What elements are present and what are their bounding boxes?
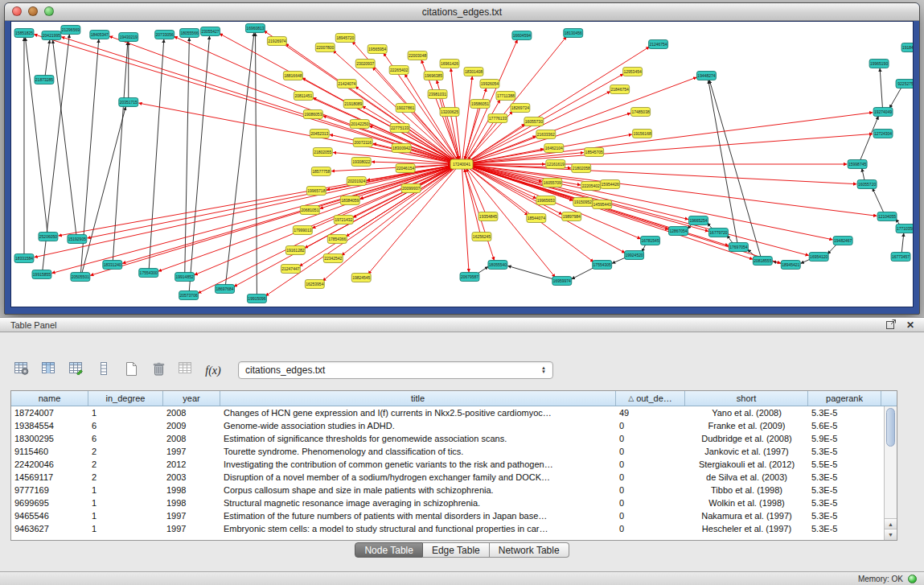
graph-node[interactable]: 19354845 — [478, 212, 498, 221]
graph-node[interactable]: 17711388 — [496, 92, 515, 101]
graph-node[interactable]: 15851825 — [14, 29, 34, 38]
graph-node[interactable]: 18545705 — [585, 148, 604, 157]
graph-node[interactable]: 19027861 — [396, 104, 415, 113]
graph-node[interactable]: 19915855 — [32, 270, 51, 279]
graph-node[interactable]: 22046154 — [396, 164, 415, 173]
scroll-up-button[interactable]: ▲ — [885, 518, 897, 529]
graph-node[interactable]: 21802055 — [313, 148, 332, 157]
graph-node[interactable]: 18331240 — [103, 261, 122, 270]
graph-node[interactable]: 16781545 — [641, 237, 660, 245]
graph-node[interactable]: 20351715 — [119, 98, 138, 107]
graph-node[interactable]: 12724304 — [873, 130, 893, 138]
scrollbar-thumb[interactable] — [886, 408, 895, 447]
graph-node[interactable]: 20679587 — [460, 273, 479, 282]
table-row[interactable]: 1872400712008Changes of HCN gene express… — [11, 406, 884, 419]
graph-node[interactable]: 16779720 — [708, 229, 728, 237]
graph-node[interactable]: 19156168 — [633, 130, 652, 138]
graph-node[interactable]: 19965190 — [869, 60, 889, 68]
table-row[interactable]: 969969511998Structural magnetic resonanc… — [11, 496, 884, 509]
graph-node[interactable]: 16773457 — [891, 253, 910, 262]
column-header-title[interactable]: title — [220, 391, 616, 406]
column-header-in_degree[interactable]: in_degree — [88, 391, 163, 406]
graph-node[interactable]: 13200625 — [440, 108, 459, 117]
graph-node[interactable]: 12867054 — [669, 227, 688, 236]
graph-node[interactable]: 18300942 — [392, 144, 411, 153]
graph-node[interactable]: 19914852 — [175, 273, 195, 282]
graph-node[interactable]: 19184455 — [901, 43, 913, 52]
graph-node[interactable]: 19924520 — [625, 251, 644, 260]
graph-node[interactable]: 18697684 — [216, 285, 235, 294]
zoom-button[interactable] — [44, 6, 54, 16]
graph-node[interactable]: 19150952 — [573, 198, 593, 207]
graph-node[interactable]: 20681051 — [300, 206, 319, 215]
graph-node[interactable]: 16960813 — [245, 24, 265, 33]
graph-node[interactable]: 21296569 — [61, 26, 80, 35]
column-header-out_de[interactable]: △out_de… — [616, 391, 685, 406]
network-select[interactable]: citations_edges.txt ▲▼ — [238, 361, 553, 379]
graph-node[interactable]: 16055720 — [857, 180, 877, 189]
graph-node[interactable]: 19086053 — [303, 110, 322, 119]
graph-node[interactable]: 20099937 — [401, 184, 421, 193]
trash-button[interactable] — [146, 360, 170, 381]
scroll-down-button[interactable]: ▼ — [885, 529, 897, 540]
graph-node[interactable]: 17240041 — [450, 159, 473, 169]
graph-node[interactable]: 16055730 — [524, 117, 544, 126]
graph-node[interactable]: 16604594 — [512, 31, 532, 40]
graph-node[interactable]: 19915096 — [247, 295, 266, 303]
graph-node[interactable]: 9225275 — [896, 80, 913, 89]
new-document-button[interactable] — [119, 360, 143, 381]
graph-node[interactable]: 12104055 — [877, 212, 897, 221]
graph-node[interactable]: 21846754 — [610, 85, 630, 94]
graph-node[interactable]: 19586051 — [470, 100, 490, 109]
window-titlebar[interactable]: citations_edges.txt — [5, 3, 919, 21]
minimize-button[interactable] — [28, 6, 38, 16]
graph-node[interactable]: 17485038 — [631, 108, 651, 117]
graph-node[interactable]: 19665254 — [688, 216, 708, 225]
graph-node[interactable]: 17554300 — [139, 269, 158, 278]
network-canvas[interactable]: 1724004121926974188166482081145119086053… — [10, 21, 914, 307]
graph-node[interactable]: 16959974 — [552, 277, 572, 286]
graph-node[interactable]: 23055427 — [201, 27, 220, 36]
graph-node[interactable]: 19308022 — [351, 158, 371, 167]
graph-node[interactable]: 19482467 — [833, 237, 852, 245]
tab-edge-table[interactable]: Edge Table — [423, 542, 490, 558]
graph-node[interactable]: 18130456 — [564, 29, 583, 38]
graph-node[interactable]: 17776133 — [488, 114, 507, 123]
graph-node[interactable]: 22205402 — [581, 182, 601, 191]
table-row[interactable]: 946362711997Embryonic stem cells: a mode… — [11, 522, 884, 535]
graph-node[interactable]: 20201924 — [347, 177, 366, 186]
graph-node[interactable]: 22003048 — [408, 51, 427, 60]
table-row[interactable]: 1938455462009Genome-wide association stu… — [11, 419, 884, 432]
float-panel-icon[interactable] — [886, 318, 897, 332]
graph-node[interactable]: 20818555 — [753, 257, 772, 266]
table-columns-button[interactable] — [37, 360, 61, 381]
graph-node[interactable]: 17710350 — [896, 225, 913, 233]
graph-node[interactable]: 15954426 — [601, 180, 620, 189]
graph-node[interactable]: 12953454 — [623, 68, 643, 76]
column-header-year[interactable]: year — [163, 391, 220, 406]
graph-node[interactable]: 18384059 — [340, 196, 359, 205]
graph-node[interactable]: 19721432 — [334, 216, 353, 225]
close-panel-icon[interactable]: ✕ — [906, 320, 914, 330]
tab-node-table[interactable]: Node Table — [355, 542, 423, 558]
graph-node[interactable]: 20142250 — [350, 120, 369, 129]
graph-node[interactable]: 19161282 — [285, 246, 305, 255]
fx-button[interactable]: f(x) — [201, 360, 225, 381]
graph-node[interactable]: 21926974 — [267, 37, 286, 46]
graph-node[interactable]: 16256245 — [472, 233, 491, 241]
graph-node[interactable]: 20811451 — [294, 92, 313, 101]
graph-node[interactable]: 21424074 — [337, 80, 356, 89]
graph-node[interactable]: 21873285 — [35, 76, 54, 84]
graph-node[interactable]: 19824545 — [351, 274, 371, 282]
graph-node[interactable]: 15998745 — [848, 160, 867, 169]
table-gear-button[interactable] — [10, 360, 34, 381]
graph-node[interactable]: 21918089 — [343, 100, 363, 109]
graph-node[interactable]: 12161619 — [546, 160, 565, 169]
graph-node[interactable]: 17999013 — [293, 226, 312, 235]
graph-node[interactable]: 20733056 — [155, 31, 175, 39]
graph-node[interactable]: 14595443 — [593, 200, 612, 209]
graph-node[interactable]: 15192905 — [68, 235, 87, 244]
graph-node[interactable]: 19448274 — [696, 72, 716, 80]
graph-node[interactable]: 18816648 — [283, 72, 302, 80]
column-header-name[interactable]: name — [11, 391, 88, 406]
